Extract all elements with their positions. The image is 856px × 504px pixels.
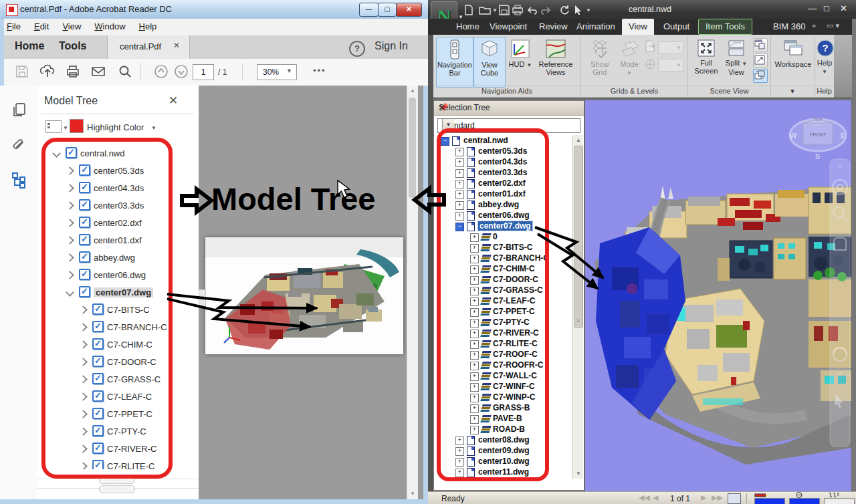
sheet-browser-icon[interactable] bbox=[728, 493, 741, 504]
chevron-right-icon[interactable] bbox=[66, 219, 74, 227]
panel-close-icon[interactable]: ✕ bbox=[439, 103, 445, 112]
ribbon-tab-home[interactable]: Home bbox=[449, 19, 486, 35]
checkbox-checked[interactable]: ✓ bbox=[79, 199, 90, 211]
tree-item-label[interactable]: C7-DOOR-C bbox=[107, 357, 156, 367]
tree-row-C7-BRANCH-C[interactable]: ✓C7-BRANCH-C bbox=[40, 318, 177, 336]
checkbox-checked[interactable]: ✓ bbox=[79, 164, 90, 176]
level-globe-icon[interactable] bbox=[645, 59, 655, 70]
tree-row-center09.dwg[interactable]: +center09.dwg bbox=[435, 445, 572, 456]
save-icon[interactable] bbox=[499, 5, 510, 15]
chevron-down-icon[interactable] bbox=[66, 288, 74, 297]
tree-item-label[interactable]: C7-CHIM-C bbox=[493, 264, 535, 273]
expand-icon[interactable]: + bbox=[470, 415, 479, 424]
checkbox-checked[interactable]: ✓ bbox=[79, 286, 90, 297]
ribbon-tab-viewpoint[interactable]: Viewpoint bbox=[483, 19, 534, 35]
previous-page-icon[interactable] bbox=[154, 64, 169, 79]
tree-item-label[interactable]: central.nwd bbox=[463, 136, 508, 145]
checkbox-checked[interactable]: ✓ bbox=[92, 408, 104, 419]
sizeable-view-button[interactable] bbox=[753, 53, 768, 68]
print-icon[interactable] bbox=[512, 5, 523, 15]
last-sheet-icon[interactable]: ▶▶ bbox=[712, 493, 723, 502]
tree-row-center03.3ds[interactable]: +center03.3ds bbox=[435, 167, 572, 178]
expand-icon[interactable]: + bbox=[455, 436, 464, 445]
chevron-right-icon[interactable] bbox=[79, 410, 88, 418]
expand-icon[interactable]: + bbox=[470, 394, 479, 402]
tree-row-C7-PTY-C[interactable]: ✓C7-PTY-C bbox=[40, 422, 177, 440]
ribbon-tab-review[interactable]: Review bbox=[532, 19, 574, 35]
scroll-down-icon[interactable]: ▼ bbox=[576, 471, 581, 477]
ribbon-tab-item-tools[interactable]: Item Tools bbox=[698, 19, 752, 35]
next-page-icon[interactable] bbox=[174, 64, 189, 79]
chevron-right-icon[interactable] bbox=[79, 305, 88, 314]
print-icon[interactable] bbox=[66, 64, 80, 79]
expand-icon[interactable]: + bbox=[470, 383, 479, 392]
expand-icon[interactable]: + bbox=[470, 308, 479, 317]
checkbox-checked[interactable]: ✓ bbox=[79, 234, 90, 245]
sign-in-button[interactable]: Sign In bbox=[374, 40, 408, 52]
expand-icon[interactable]: + bbox=[470, 404, 479, 413]
zoom-select[interactable]: 30%▼ bbox=[257, 64, 297, 80]
tree-row-C7-ROOF-C[interactable]: +C7-ROOF-C bbox=[435, 349, 572, 360]
tree-row-C7-LEAF-C[interactable]: +C7-LEAF-C bbox=[435, 295, 572, 306]
tree-item-label[interactable]: center07.dwg bbox=[478, 221, 532, 231]
chevron-right-icon[interactable] bbox=[66, 184, 74, 193]
tree-item-label[interactable]: C7-GRASS-C bbox=[107, 374, 160, 384]
navisworks-titlebar[interactable]: central.nwd — □ ✕ ▼ ▼ bbox=[428, 0, 856, 19]
show-grid-button[interactable]: ShowGrid bbox=[584, 37, 615, 86]
tree-row-center02.dxf[interactable]: +center02.dxf bbox=[435, 178, 572, 188]
tree-item-label[interactable]: C7-LEAF-C bbox=[493, 296, 535, 305]
chevron-right-icon[interactable] bbox=[66, 166, 74, 175]
tree-row-C7-GRASS-C[interactable]: +C7-GRASS-C bbox=[435, 285, 572, 295]
tree-item-label[interactable]: center06.dwg bbox=[478, 211, 530, 220]
tree-item-label[interactable]: C7-LEAF-C bbox=[107, 392, 152, 402]
highlight-color-swatch[interactable] bbox=[70, 119, 84, 133]
checkbox-checked[interactable]: ✓ bbox=[79, 251, 90, 263]
page-number-input[interactable]: 1 bbox=[193, 64, 214, 80]
tree-row-center02.dxf[interactable]: ✓center02.dxf bbox=[40, 214, 177, 231]
checkbox-checked[interactable]: ✓ bbox=[92, 390, 104, 402]
minimize-button[interactable]: — bbox=[808, 3, 817, 13]
tree-row-ROAD-B[interactable]: +ROAD-B bbox=[435, 424, 572, 434]
ribbon-tab-view[interactable]: View bbox=[622, 19, 654, 35]
splitter-grip[interactable]: :::::::::: bbox=[99, 476, 135, 484]
close-button[interactable]: ✕ bbox=[840, 3, 847, 13]
menu-window[interactable]: Window bbox=[88, 19, 132, 34]
tree-row-center07.dwg[interactable]: −center07.dwg bbox=[435, 221, 572, 231]
tree-row-C7-PPET-C[interactable]: +C7-PPET-C bbox=[435, 306, 572, 317]
expand-icon[interactable]: + bbox=[455, 169, 464, 178]
tree-row-center04.3ds[interactable]: +center04.3ds bbox=[435, 156, 572, 167]
more-tools-button[interactable]: ••• bbox=[313, 66, 326, 76]
acrobat-titlebar[interactable]: central.Pdf - Adobe Acrobat Reader DC — … bbox=[0, 0, 428, 19]
tree-item-label[interactable]: 0 bbox=[493, 232, 498, 241]
selection-tree-header[interactable]: Selection Tree 📌 ✕ bbox=[434, 101, 584, 116]
tree-row-C7-CHIM-C[interactable]: ✓C7-CHIM-C bbox=[40, 336, 177, 353]
tree-item-label[interactable]: center02.dxf bbox=[94, 218, 142, 228]
menu-help[interactable]: Help bbox=[132, 19, 164, 34]
minimize-button[interactable]: — bbox=[359, 3, 379, 17]
tree-item-label[interactable]: C7-ROOFR-C bbox=[493, 360, 543, 370]
ribbon-tab-output[interactable]: Output bbox=[657, 19, 696, 35]
tree-item-label[interactable]: center01.dxf bbox=[478, 189, 526, 199]
tree-row-C7-RLITE-C[interactable]: ✓C7-RLITE-C bbox=[40, 457, 177, 469]
open-file-icon[interactable] bbox=[479, 5, 491, 15]
select-cursor-icon[interactable] bbox=[574, 5, 583, 15]
first-sheet-icon[interactable]: ◀◀ bbox=[639, 493, 650, 502]
checkbox-checked[interactable]: ✓ bbox=[92, 303, 104, 315]
view-cube-button[interactable]: ViewCube bbox=[473, 37, 506, 88]
tree-item-label[interactable]: center02.dxf bbox=[478, 178, 526, 188]
full-screen-button[interactable]: FullScreen bbox=[691, 37, 721, 86]
tree-row-C7-LEAF-C[interactable]: ✓C7-LEAF-C bbox=[40, 388, 177, 405]
tree-row-center08.dwg[interactable]: +center08.dwg bbox=[435, 434, 572, 445]
tree-row-abbey.dwg[interactable]: +abbey.dwg bbox=[435, 199, 572, 210]
expand-icon[interactable]: + bbox=[455, 158, 464, 167]
chevron-right-icon[interactable] bbox=[66, 236, 74, 245]
redo-icon[interactable] bbox=[540, 5, 551, 15]
expand-icon[interactable]: + bbox=[470, 244, 479, 253]
chevron-right-icon[interactable] bbox=[79, 427, 88, 436]
tree-row-C7-BITS-C[interactable]: +C7-BITS-C bbox=[435, 242, 572, 253]
tree-row-C7-ROOFR-C[interactable]: +C7-ROOFR-C bbox=[435, 360, 572, 370]
tree-row-C7-DOOR-C[interactable]: ✓C7-DOOR-C bbox=[40, 353, 177, 370]
panel-close-icon[interactable]: ✕ bbox=[169, 94, 178, 108]
tab-overflow-icon[interactable]: » bbox=[812, 21, 816, 29]
grid-mode-button[interactable]: Mode ▼ bbox=[617, 37, 642, 86]
